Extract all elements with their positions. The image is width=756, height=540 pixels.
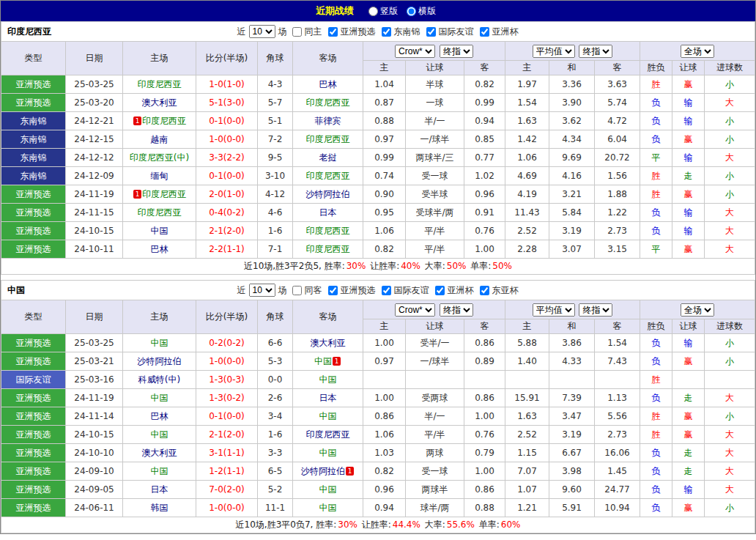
match-score[interactable]: 2-1(2-0)	[196, 426, 258, 444]
team-link[interactable]: 巴林	[151, 411, 168, 421]
match-score[interactable]: 5-1(3-0)	[196, 94, 258, 112]
team-link[interactable]: 印度尼西亚(中)	[130, 152, 189, 163]
team-link[interactable]: 中国	[151, 226, 168, 236]
same-venue-checkbox[interactable]	[292, 286, 302, 295]
team-link[interactable]: 澳大利亚	[142, 97, 177, 108]
team-link[interactable]: 沙特阿拉伯	[301, 466, 345, 476]
layout-option-vertical[interactable]: 竖版	[368, 5, 398, 18]
team-link[interactable]: 日本	[151, 484, 168, 495]
recent-count-select[interactable]: 10	[249, 284, 275, 297]
match-score[interactable]: 3-1(1-1)	[196, 444, 258, 462]
team-link[interactable]: 印度尼西亚	[138, 79, 182, 89]
match-score[interactable]: 1-0(0-0)	[196, 499, 258, 517]
scope-select[interactable]: 全场	[681, 45, 714, 58]
match-score[interactable]: 2-1(2-0)	[196, 222, 258, 240]
bookmaker-select[interactable]: Crow*	[395, 303, 435, 317]
team-link[interactable]: 印度尼西亚	[306, 226, 350, 236]
league-filter[interactable]: 国际友谊	[423, 26, 475, 38]
team-link[interactable]: 中国	[151, 393, 168, 403]
team-link[interactable]: 中国	[319, 411, 337, 421]
match-score[interactable]: 1-0(0-0)	[196, 352, 258, 371]
odds-stage-select[interactable]: 终指	[440, 45, 473, 58]
team-link[interactable]: 澳大利亚	[311, 338, 346, 348]
team-link[interactable]: 中国	[319, 484, 337, 495]
match-score[interactable]: 0-1(0-0)	[196, 407, 258, 426]
same-venue-filter[interactable]: 同主	[289, 26, 324, 38]
odds-home: 1.00	[363, 389, 406, 407]
odds-stage-select[interactable]: 终指	[440, 303, 473, 317]
team-link[interactable]: 印度尼西亚	[306, 429, 350, 440]
match-score[interactable]: 1-2(1-1)	[196, 462, 258, 481]
horizontal-layout-radio[interactable]	[407, 7, 416, 16]
team-link[interactable]: 菲律宾	[315, 116, 341, 126]
scope-select[interactable]: 全场	[681, 303, 714, 317]
team-link[interactable]: 中国	[151, 338, 168, 348]
match-score[interactable]: 1-0(0-0)	[196, 130, 258, 149]
same-venue-checkbox[interactable]	[292, 27, 302, 37]
team-link[interactable]: 中国	[319, 503, 337, 513]
match-score[interactable]: 0-4(0-2)	[196, 204, 258, 222]
league-filter[interactable]: 亚洲杯	[477, 26, 520, 38]
team-link[interactable]: 印度尼西亚	[306, 244, 350, 254]
team-link[interactable]: 印度尼西亚	[138, 207, 182, 218]
match-score[interactable]: 0-1(0-0)	[196, 112, 258, 130]
team-link[interactable]: 韩国	[151, 503, 168, 513]
team-link[interactable]: 中国	[319, 374, 337, 385]
team-link[interactable]: 科威特(中)	[138, 374, 180, 385]
league-filter[interactable]: 东南锦	[379, 26, 422, 38]
team-link[interactable]: 印度尼西亚	[306, 97, 350, 108]
league-checkbox[interactable]	[480, 286, 489, 295]
league-filter[interactable]: 国际友谊	[379, 284, 431, 297]
league-checkbox[interactable]	[426, 27, 436, 37]
team-link[interactable]: 越南	[151, 134, 168, 144]
avg-stage-select[interactable]: 终指	[579, 45, 612, 58]
team-link[interactable]: 巴林	[151, 244, 168, 254]
league-checkbox[interactable]	[328, 27, 338, 37]
league-checkbox[interactable]	[480, 27, 489, 37]
same-venue-filter[interactable]: 同客	[289, 284, 324, 297]
league-filter[interactable]: 东亚杯	[477, 284, 520, 297]
match-score[interactable]: 0-2(0-2)	[196, 334, 258, 352]
team-link[interactable]: 印度尼西亚	[306, 134, 350, 144]
team-link[interactable]: 日本	[319, 207, 337, 218]
team-link[interactable]: 印度尼西亚	[142, 189, 186, 199]
layout-option-horizontal[interactable]: 横版	[407, 5, 436, 18]
team-link[interactable]: 缅甸	[151, 171, 168, 181]
avg-stage-select[interactable]: 终指	[579, 303, 612, 317]
avg-draw: 3.19	[549, 426, 595, 444]
league-checkbox[interactable]	[435, 286, 445, 295]
team-link[interactable]: 中国	[319, 448, 337, 458]
avg-select[interactable]: 平均值	[533, 45, 575, 58]
match-score[interactable]: 1-3(0-3)	[196, 371, 258, 389]
league-checkbox[interactable]	[328, 286, 338, 295]
league-checkbox[interactable]	[382, 27, 391, 37]
league-filter[interactable]: 亚洲杯	[432, 284, 475, 297]
team-link[interactable]: 老挝	[319, 152, 337, 163]
match-score[interactable]: 1-3(0-2)	[196, 389, 258, 407]
section-header: 印度尼西亚 近10场同主亚洲预选东南锦国际友谊亚洲杯	[1, 21, 755, 41]
vertical-layout-radio[interactable]	[368, 7, 378, 16]
avg-select[interactable]: 平均值	[533, 303, 575, 317]
match-score[interactable]: 7-0(2-0)	[196, 481, 258, 499]
league-filter[interactable]: 亚洲预选	[325, 284, 377, 297]
team-link[interactable]: 印度尼西亚	[142, 116, 186, 126]
team-link[interactable]: 印度尼西亚	[306, 171, 350, 181]
recent-count-select[interactable]: 10	[249, 25, 275, 38]
team-link[interactable]: 日本	[319, 393, 337, 403]
league-filter[interactable]: 亚洲预选	[325, 26, 377, 38]
league-checkbox[interactable]	[382, 286, 391, 295]
match-score[interactable]: 0-1(0-0)	[196, 167, 258, 185]
team-link[interactable]: 中国	[151, 466, 168, 476]
team-link[interactable]: 沙特阿拉伯	[138, 356, 182, 366]
match-score[interactable]: 1-0(1-0)	[196, 75, 258, 94]
team-link[interactable]: 澳大利亚	[142, 448, 177, 458]
match-score[interactable]: 3-3(2-2)	[196, 149, 258, 167]
team-link[interactable]: 中国	[314, 356, 332, 366]
team-link[interactable]: 巴林	[319, 79, 337, 89]
team-link[interactable]: 沙特阿拉伯	[306, 189, 350, 199]
team-link[interactable]: 中国	[151, 429, 168, 440]
match-score[interactable]: 2-2(1-1)	[196, 240, 258, 259]
goals-result-cell: 小	[705, 185, 755, 204]
bookmaker-select[interactable]: Crow*	[395, 45, 435, 58]
match-score[interactable]: 2-0(1-0)	[196, 185, 258, 204]
